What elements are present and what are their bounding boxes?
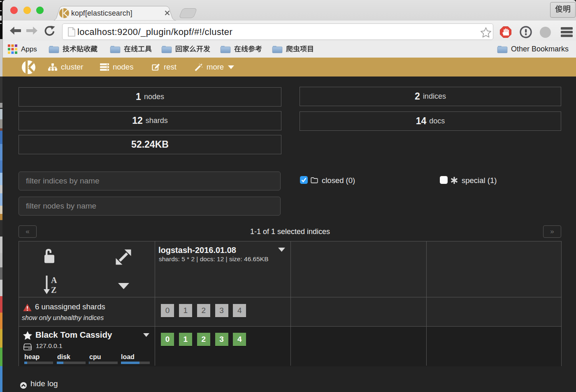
svg-text:Z: Z: [51, 285, 56, 295]
svg-text:A: A: [51, 276, 57, 285]
